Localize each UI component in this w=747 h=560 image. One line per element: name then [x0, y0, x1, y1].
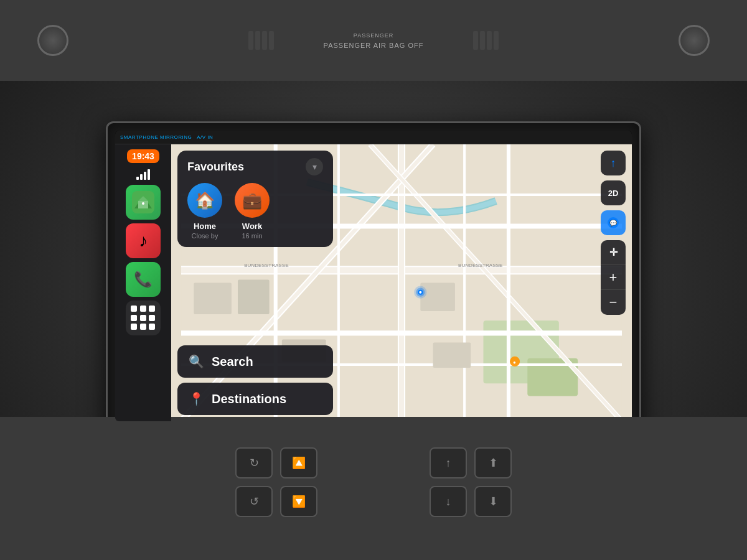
bottom-area: ↻ 🔼 ↺ 🔽 ↑ ⬆ ↓ ⬇ — [0, 417, 747, 560]
search-label: Search — [212, 355, 253, 369]
mirror-control-4[interactable]: ⬇ — [474, 486, 512, 517]
seat-control-2[interactable]: 🔼 — [280, 447, 317, 478]
traffic-button[interactable]: 💬 — [601, 210, 626, 235]
bottom-left-controls: ↻ 🔼 ↺ 🔽 — [235, 447, 317, 517]
work-favourite[interactable]: 💼 Work 16 min — [235, 183, 270, 240]
svg-rect-24 — [194, 283, 232, 315]
svg-rect-25 — [238, 279, 270, 314]
left-vent-knob[interactable] — [37, 25, 68, 56]
content-area: 19:43 — [115, 144, 632, 421]
svg-text:BUNDESSTRASSE: BUNDESSTRASSE — [244, 263, 289, 268]
sidebar: 19:43 — [115, 144, 171, 421]
home-icon: 🏠 — [187, 183, 222, 218]
svg-text:BUNDESSTRASSE: BUNDESSTRASSE — [458, 263, 503, 268]
destinations-label: Destinations — [212, 392, 286, 406]
mirror-control-2[interactable]: ⬆ — [474, 447, 512, 478]
svg-rect-26 — [420, 283, 455, 312]
destinations-icon: 📍 — [189, 391, 204, 406]
home-sublabel: Close by — [192, 232, 218, 240]
search-icon: 🔍 — [189, 354, 204, 369]
right-vent-slots — [473, 31, 499, 50]
left-vent-slots — [248, 31, 274, 50]
car-interior: PASSENGER PASSENGER AIR BAG OFF SMARTPHO… — [0, 0, 747, 560]
destinations-button[interactable]: 📍 Destinations — [177, 383, 333, 415]
collapse-button[interactable]: ▾ — [306, 158, 323, 175]
screen: SMARTPHONE MIRRORING A/V IN 19:43 — [115, 131, 632, 421]
view-2d-button[interactable]: 2D — [601, 180, 626, 205]
zoom-out-button[interactable]: − — [601, 290, 626, 315]
zoom-in-button[interactable]: + — [601, 265, 626, 290]
pan-zoom-group: ✛ + − — [601, 240, 626, 315]
home-label: Home — [194, 222, 216, 231]
pan-button[interactable]: ✛ — [601, 240, 626, 265]
airbag-text: PASSENGER AIR BAG OFF — [324, 42, 424, 49]
airbag-label-area: PASSENGER PASSENGER AIR BAG OFF — [324, 32, 424, 49]
favourites-items: 🏠 Home Close by 💼 Work — [187, 183, 323, 240]
top-area: PASSENGER PASSENGER AIR BAG OFF — [0, 0, 747, 81]
compass-button[interactable]: ↑ — [601, 151, 626, 175]
svg-text:💬: 💬 — [609, 219, 618, 227]
favourites-card: Favourites ▾ 🏠 Home — [177, 151, 333, 247]
time-display: 19:43 — [127, 149, 159, 163]
mirror-control-1[interactable]: ↑ — [430, 447, 467, 478]
mirror-control-3[interactable]: ↓ — [430, 486, 467, 517]
app-grid[interactable] — [126, 301, 161, 335]
work-icon: 💼 — [235, 183, 270, 218]
work-sublabel: 16 min — [242, 232, 262, 240]
seat-control-1[interactable]: ↻ — [235, 447, 273, 478]
map-controls: ↑ 2D 💬 ✛ — [601, 151, 626, 315]
app-maps[interactable] — [126, 185, 161, 220]
app-phone[interactable]: 📞 — [126, 262, 161, 297]
svg-point-2 — [142, 202, 144, 205]
app-music[interactable]: ♪ — [126, 223, 161, 258]
favourites-header: Favourites ▾ — [187, 158, 323, 175]
svg-text:●: ● — [513, 360, 516, 365]
action-buttons: 🔍 Search 📍 Destinations — [177, 345, 333, 415]
status-bar: SMARTPHONE MIRRORING A/V IN — [115, 131, 632, 144]
bottom-right-controls: ↑ ⬆ ↓ ⬇ — [430, 447, 512, 517]
home-favourite[interactable]: 🏠 Home Close by — [187, 183, 222, 240]
right-vent-knob[interactable] — [679, 25, 710, 56]
signal-bars — [136, 169, 150, 180]
map-area: BUNDESSTRASSE BUNDESSTRASSE — [171, 144, 632, 421]
favourites-title: Favourites — [187, 161, 244, 174]
search-button[interactable]: 🔍 Search — [177, 345, 333, 378]
seat-control-3[interactable]: ↺ — [235, 486, 273, 517]
seat-control-4[interactable]: 🔽 — [280, 486, 317, 517]
mirroring-label: SMARTPHONE MIRRORING — [120, 134, 192, 140]
svg-point-32 — [419, 291, 421, 294]
av-in-label: A/V IN — [197, 134, 213, 140]
svg-rect-28 — [433, 343, 471, 368]
sony-unit: SMARTPHONE MIRRORING A/V IN 19:43 — [106, 121, 641, 457]
work-label: Work — [242, 222, 262, 231]
